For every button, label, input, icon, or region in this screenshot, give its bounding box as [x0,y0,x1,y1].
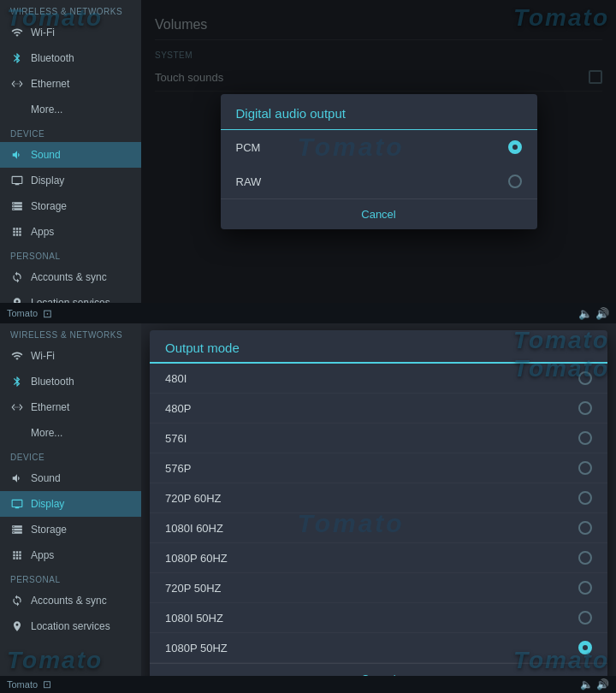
720p50-label: 720P 50HZ [165,582,222,595]
dialog-cancel-button[interactable]: Cancel [221,198,537,229]
480p-label: 480P [165,402,191,415]
more-label: More... [31,104,62,116]
output-mode-dialog: Output mode 480I 480P 576I 576P 720P 60H… [150,330,607,693]
sidebar-item-display[interactable]: Display [0,168,141,193]
b-sidebar-item-bluetooth[interactable]: Bluetooth [0,369,141,394]
output-option-480i[interactable]: 480I [150,364,607,394]
576p-label: 576P [165,462,191,475]
480i-radio[interactable] [578,371,592,385]
accounts-icon [10,270,24,284]
720p60-radio[interactable] [578,491,592,505]
b-wireless-section-label: WIRELESS & NETWORKS [0,323,141,343]
bluetooth-icon [10,51,24,65]
pcm-radio[interactable] [508,140,522,154]
wifi-icon [10,26,24,39]
output-option-480p[interactable]: 480P [150,394,607,424]
b-apps-icon [10,548,24,562]
window-icon-top[interactable]: ⊡ [43,307,52,320]
top-taskbar-right: 🔈 🔊 [578,307,616,320]
b-sidebar-item-more[interactable]: More... [0,420,141,446]
1080p50-label: 1080P 50HZ [165,642,228,654]
sidebar-item-apps[interactable]: Apps [0,219,141,245]
576i-radio[interactable] [578,431,592,445]
dialog-option-pcm[interactable]: PCM [221,130,537,164]
b-more-icon [10,426,24,440]
576p-radio[interactable] [578,461,592,475]
bottom-sidebar: WIRELESS & NETWORKS Wi-Fi Bluetooth Ethe… [0,323,141,693]
storage-label: Storage [31,200,67,212]
b-more-label: More... [31,427,62,439]
1080i60-radio[interactable] [578,521,592,535]
1080i50-radio[interactable] [578,611,592,625]
b-display-icon [10,497,24,511]
b-sidebar-item-wifi[interactable]: Wi-Fi [0,343,141,369]
volume-icon-bottom[interactable]: 🔊 [596,678,609,690]
b-sidebar-item-apps[interactable]: Apps [0,542,141,568]
bottom-taskbar-left: Tomato ⊡ [0,678,580,690]
720p50-radio[interactable] [578,581,592,595]
sidebar-item-sound[interactable]: Sound [0,142,141,168]
bluetooth-label: Bluetooth [31,52,74,64]
top-section: WIRELESS & NETWORKS Wi-Fi Bluetooth Ethe… [0,0,616,323]
b-sidebar-item-accounts[interactable]: Accounts & sync [0,588,141,613]
output-option-576p[interactable]: 576P [150,453,607,483]
b-storage-label: Storage [31,524,67,536]
b-display-label: Display [31,498,64,510]
1080p60-radio[interactable] [578,551,592,565]
volume-icon-top[interactable]: 🔊 [595,307,609,320]
bottom-taskbar: Tomato ⊡ 🔈 🔊 [0,676,616,693]
raw-radio[interactable] [508,175,522,188]
storage-icon [10,199,24,213]
b-sidebar-item-storage[interactable]: Storage [0,517,141,542]
b-sidebar-item-sound[interactable]: Sound [0,465,141,491]
bottom-section: WIRELESS & NETWORKS Wi-Fi Bluetooth Ethe… [0,323,616,693]
b-bluetooth-label: Bluetooth [31,376,74,388]
accounts-label: Accounts & sync [31,271,107,283]
output-option-1080i60[interactable]: 1080I 60HZ [150,513,607,543]
b-device-section-label: DEVICE [0,446,141,465]
pcm-label: PCM [236,141,261,154]
sidebar-item-wifi[interactable]: Wi-Fi [0,20,141,45]
b-accounts-label: Accounts & sync [31,595,107,607]
sidebar-item-more[interactable]: More... [0,97,141,122]
b-apps-label: Apps [31,549,54,561]
sidebar-item-storage[interactable]: Storage [0,193,141,219]
output-option-1080i50[interactable]: 1080I 50HZ [150,603,607,633]
ethernet-label: Ethernet [31,78,69,90]
720p60-label: 720P 60HZ [165,492,222,505]
display-icon [10,174,24,187]
ethernet-icon [10,77,24,91]
480p-radio[interactable] [578,401,592,415]
more-icon [10,103,24,116]
top-taskbar: Tomato ⊡ 🔈 🔊 [0,303,616,323]
b-sidebar-item-display[interactable]: Display [0,491,141,517]
1080i50-label: 1080I 50HZ [165,612,223,625]
b-ethernet-icon [10,400,24,414]
1080p50-radio[interactable] [578,641,592,654]
volume-mute-icon-bottom[interactable]: 🔈 [580,678,593,690]
b-ethernet-label: Ethernet [31,401,69,413]
window-icon-bottom[interactable]: ⊡ [43,678,51,690]
b-storage-icon [10,523,24,536]
output-option-720p60[interactable]: 720P 60HZ [150,483,607,513]
top-taskbar-logo: Tomato [7,308,38,318]
b-wifi-label: Wi-Fi [31,350,55,362]
sidebar-item-bluetooth[interactable]: Bluetooth [0,45,141,71]
wifi-label: Wi-Fi [31,27,55,38]
output-option-720p50[interactable]: 720P 50HZ [150,573,607,603]
display-label: Display [31,175,64,187]
b-accounts-icon [10,594,24,607]
b-personal-section-label: PERSONAL [0,568,141,588]
volume-mute-icon-top[interactable]: 🔈 [578,307,592,320]
output-option-576i[interactable]: 576I [150,424,607,453]
output-option-1080p60[interactable]: 1080P 60HZ [150,543,607,573]
b-sidebar-item-ethernet[interactable]: Ethernet [0,394,141,420]
device-section-label: DEVICE [0,122,141,142]
sidebar-item-accounts[interactable]: Accounts & sync [0,264,141,290]
dialog-option-raw[interactable]: RAW [221,164,537,198]
output-option-1080p50[interactable]: 1080P 50HZ [150,633,607,663]
480i-label: 480I [165,372,187,385]
bottom-main-content: Output mode 480I 480P 576I 576P 720P 60H… [141,323,616,693]
b-sidebar-item-location[interactable]: Location services [0,613,141,639]
sidebar-item-ethernet[interactable]: Ethernet [0,71,141,97]
